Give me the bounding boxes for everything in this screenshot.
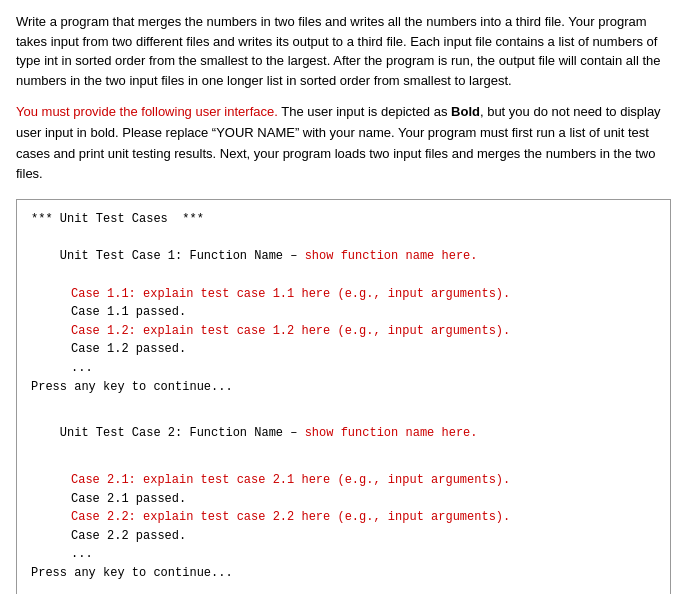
- blank-line-3: [31, 583, 656, 593]
- paragraph1: Write a program that merges the numbers …: [16, 12, 671, 90]
- red-intro: You must provide the following user inte…: [16, 104, 278, 119]
- code-line-8: Press any key to continue...: [31, 378, 656, 397]
- code-line-1: *** Unit Test Cases ***: [31, 210, 656, 229]
- code-line-6: Case 1.2 passed.: [31, 340, 656, 359]
- paragraph2: You must provide the following user inte…: [16, 102, 671, 185]
- code-line-2: Unit Test Case 1: Function Name – show f…: [31, 229, 656, 285]
- code-line2-black: Unit Test Case 1: Function Name –: [60, 249, 305, 263]
- code-box: *** Unit Test Cases *** Unit Test Case 1…: [16, 199, 671, 594]
- code-line-7: ...: [31, 359, 656, 378]
- code-line2-red: show function name here.: [305, 249, 478, 263]
- blank-line-2: [31, 462, 656, 472]
- code-line9-red: show function name here.: [305, 426, 478, 440]
- code-line-11: Case 2.1 passed.: [31, 490, 656, 509]
- code-line-10: Case 2.1: explain test case 2.1 here (e.…: [31, 471, 656, 490]
- code-line-12: Case 2.2: explain test case 2.2 here (e.…: [31, 508, 656, 527]
- paragraph2-rest1: The user input is depicted as: [278, 104, 451, 119]
- code-line9-black: Unit Test Case 2: Function Name –: [60, 426, 305, 440]
- description-section: Write a program that merges the numbers …: [16, 12, 671, 185]
- bold-label: Bold: [451, 104, 480, 119]
- code-line-4: Case 1.1 passed.: [31, 303, 656, 322]
- code-line-14: ...: [31, 545, 656, 564]
- code-line-5: Case 1.2: explain test case 1.2 here (e.…: [31, 322, 656, 341]
- code-line-9: Unit Test Case 2: Function Name – show f…: [31, 406, 656, 462]
- code-line-15: Press any key to continue...: [31, 564, 656, 583]
- blank-line-1: [31, 396, 656, 406]
- code-line-13: Case 2.2 passed.: [31, 527, 656, 546]
- code-line-3: Case 1.1: explain test case 1.1 here (e.…: [31, 285, 656, 304]
